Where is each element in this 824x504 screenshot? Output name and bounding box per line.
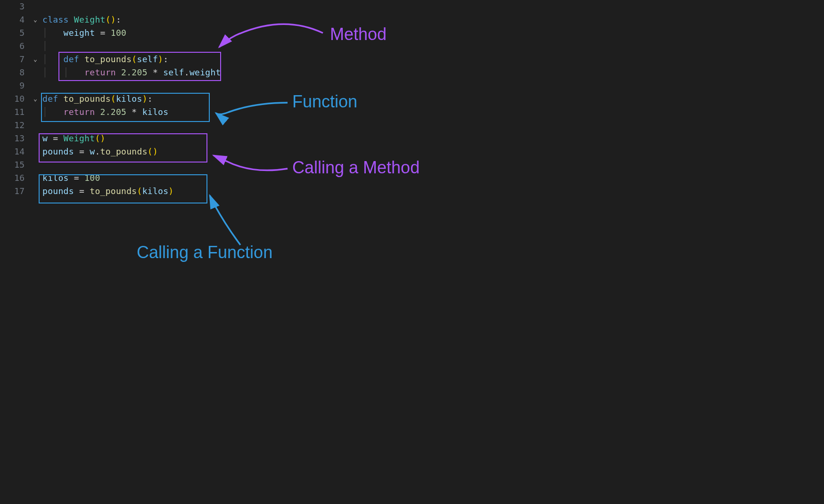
- code-line: 9: [0, 79, 824, 92]
- line-number: 11: [0, 106, 28, 119]
- code-line: 7 ⌄ │ def to_pounds(self):: [0, 53, 824, 66]
- code-line: 3: [0, 0, 824, 13]
- chevron-down-icon: ⌄: [33, 53, 37, 66]
- fold-gutter[interactable]: ⌄: [28, 13, 42, 26]
- fold-gutter[interactable]: ⌄: [28, 92, 42, 106]
- code-line: 12: [0, 119, 824, 132]
- line-number: 6: [0, 40, 28, 53]
- code-line: 15: [0, 158, 824, 171]
- code-line: 6 │: [0, 40, 824, 53]
- code-line: 11 │ return 2.205 * kilos: [0, 106, 824, 119]
- code-line: 13 w = Weight(): [0, 132, 824, 145]
- code-line: 10 ⌄ def to_pounds(kilos):: [0, 92, 824, 106]
- line-number: 10: [0, 92, 28, 106]
- fold-gutter[interactable]: ⌄: [28, 53, 42, 66]
- code-line: 8 │ │ return 2.205 * self.weight: [0, 66, 824, 79]
- line-number: 9: [0, 79, 28, 92]
- line-number: 17: [0, 185, 28, 198]
- chevron-down-icon: ⌄: [33, 13, 37, 26]
- arrow-icon: [207, 193, 255, 250]
- code-editor: 3 4 ⌄ class Weight(): 5 │ weight = 100 6…: [0, 0, 824, 198]
- code-line: 4 ⌄ class Weight():: [0, 13, 824, 26]
- line-number: 5: [0, 26, 28, 40]
- code-line: 14 pounds = w.to_pounds(): [0, 145, 824, 158]
- calling-function-label: Calling a Function: [137, 243, 272, 262]
- chevron-down-icon: ⌄: [33, 92, 37, 106]
- line-number: 16: [0, 171, 28, 185]
- line-number: 13: [0, 132, 28, 145]
- line-number: 8: [0, 66, 28, 79]
- line-number: 15: [0, 158, 28, 171]
- code-line: 17 pounds = to_pounds(kilos): [0, 185, 824, 198]
- line-number: 12: [0, 119, 28, 132]
- line-number: 3: [0, 0, 28, 13]
- code-line: 5 │ weight = 100: [0, 26, 824, 40]
- line-number: 14: [0, 145, 28, 158]
- code-line: 16 kilos = 100: [0, 171, 824, 185]
- line-number: 4: [0, 13, 28, 26]
- line-number: 7: [0, 53, 28, 66]
